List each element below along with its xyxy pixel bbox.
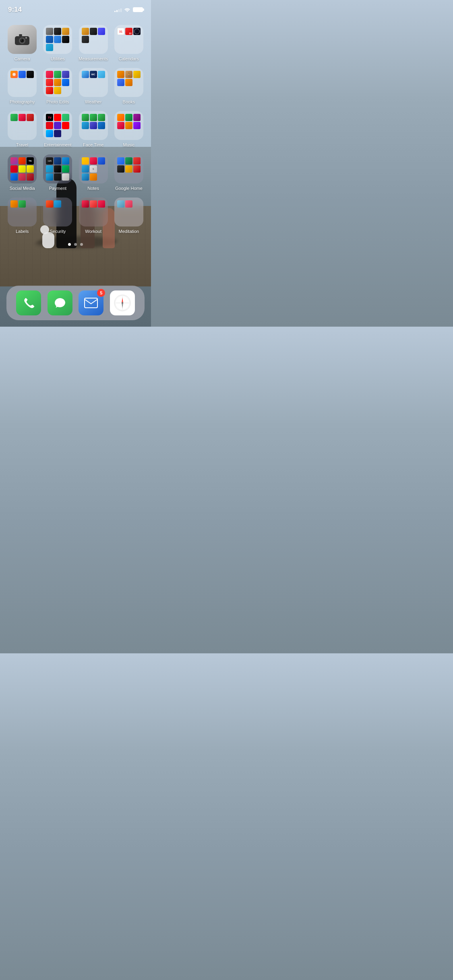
page-dot-2[interactable] (74, 243, 77, 246)
app-measurements[interactable]: Measurements (78, 25, 109, 62)
dock-safari[interactable] (110, 290, 135, 315)
weather-label: Weather (85, 99, 101, 105)
safari-icon (110, 290, 135, 315)
travel-folder-icon (8, 111, 37, 140)
mail-badge: 5 (97, 289, 105, 297)
app-meditation[interactable]: Meditation (113, 198, 145, 234)
svg-point-5 (25, 37, 27, 39)
books-folder-icon: 🧎 (114, 68, 143, 97)
app-labels[interactable]: Labels (6, 198, 38, 234)
entertainment-folder-icon: TV (43, 111, 72, 140)
status-icons (114, 7, 143, 13)
security-folder-icon (43, 198, 72, 226)
dock-mail[interactable]: 5 (79, 290, 103, 315)
app-photography[interactable]: Photography (6, 68, 38, 105)
app-facetime[interactable]: Face Time (78, 111, 109, 148)
app-camera[interactable]: Camera (6, 25, 38, 62)
calendars-folder-icon: 31 22 (114, 25, 143, 54)
entertainment-label: Entertainment (44, 142, 71, 148)
app-travel[interactable]: Travel (6, 111, 38, 148)
app-books[interactable]: 🧎 Books (113, 68, 145, 105)
music-folder-icon (114, 111, 143, 140)
photo-edits-label: Photo Edits (46, 99, 69, 105)
photography-label: Photography (10, 99, 35, 105)
travel-label: Travel (16, 142, 28, 148)
app-utilities[interactable]: Utilities (42, 25, 73, 62)
app-security[interactable]: Security (42, 198, 73, 234)
meditation-label: Meditation (118, 229, 139, 234)
facetime-label: Face Time (83, 142, 103, 148)
app-payment[interactable]: H/6 Payment (42, 154, 73, 191)
app-weather[interactable]: WC Weather (78, 68, 109, 105)
wifi-icon (124, 7, 130, 13)
utilities-label: Utilities (51, 56, 65, 62)
measurements-folder-icon (79, 25, 108, 54)
app-social-media[interactable]: TK Social Media (6, 154, 38, 191)
app-grid: Camera Utilities (0, 17, 151, 238)
workout-folder-icon (79, 198, 108, 226)
google-home-label: Google Home (115, 186, 143, 191)
signal-icon (114, 7, 122, 12)
page-dot-1[interactable] (68, 243, 71, 246)
calendars-label: Calendars (119, 56, 139, 62)
social-media-folder-icon: TK (8, 154, 37, 183)
notes-folder-icon: $ (79, 154, 108, 183)
dock-messages[interactable] (48, 290, 72, 315)
app-notes[interactable]: $ Notes (78, 154, 109, 191)
svg-point-6 (21, 40, 22, 41)
workout-label: Workout (85, 229, 101, 234)
app-workout[interactable]: Workout (78, 198, 109, 234)
security-label: Security (50, 229, 66, 234)
music-label: Music (123, 142, 135, 148)
svg-point-14 (122, 302, 123, 304)
labels-label: Labels (16, 229, 29, 234)
photo-edits-folder-icon (43, 68, 72, 97)
messages-icon (48, 290, 72, 315)
meditation-folder-icon (114, 198, 143, 226)
app-entertainment[interactable]: TV Entertainment (42, 111, 73, 148)
google-home-folder-icon (114, 154, 143, 183)
payment-label: Payment (49, 186, 66, 191)
measurements-label: Measurements (79, 56, 108, 62)
camera-label: Camera (14, 56, 30, 62)
payment-folder-icon: H/6 (43, 154, 72, 183)
app-photo-edits[interactable]: Photo Edits (42, 68, 73, 105)
camera-icon (8, 25, 37, 54)
phone-icon (16, 290, 41, 315)
photography-folder-icon (8, 68, 37, 97)
weather-folder-icon: WC (79, 68, 108, 97)
page-dot-3[interactable] (80, 243, 83, 246)
battery-icon (133, 7, 143, 12)
page-dots (0, 238, 151, 249)
status-time: 9:14 (8, 6, 22, 14)
svg-rect-4 (19, 34, 22, 36)
dock-phone[interactable] (16, 290, 41, 315)
notes-label: Notes (87, 186, 99, 191)
status-bar: 9:14 (0, 0, 151, 17)
app-google-home[interactable]: Google Home (113, 154, 145, 191)
app-music[interactable]: Music (113, 111, 145, 148)
social-media-label: Social Media (10, 186, 35, 191)
dock: 5 (6, 286, 145, 320)
facetime-folder-icon (79, 111, 108, 140)
app-calendars[interactable]: 31 22 Calendars (113, 25, 145, 62)
utilities-folder-icon (43, 25, 72, 54)
books-label: Books (123, 99, 135, 105)
labels-folder-icon (8, 198, 37, 226)
svg-rect-7 (85, 298, 97, 308)
